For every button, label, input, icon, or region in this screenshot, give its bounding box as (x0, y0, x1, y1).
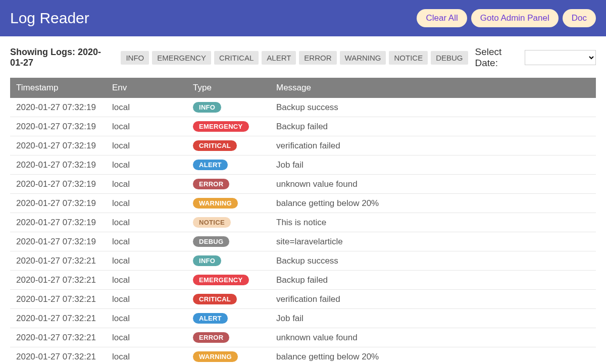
cell-type: INFO (187, 251, 270, 271)
type-badge: EMERGENCY (193, 275, 249, 285)
cell-message: site=laravelarticle (270, 232, 596, 251)
filter-error[interactable]: ERROR (299, 51, 336, 65)
table-row: 2020-01-27 07:32:19localNOTICEThis is no… (10, 213, 596, 232)
type-badge: EMERGENCY (193, 121, 249, 132)
toolbar: Showing Logs: 2020-01-27 INFOEMERGENCYCR… (10, 46, 596, 69)
cell-timestamp: 2020-01-27 07:32:21 (10, 328, 106, 347)
table-row: 2020-01-27 07:32:19localWARNINGbalance g… (10, 194, 596, 213)
table-row: 2020-01-27 07:32:21localWARNINGbalance g… (10, 347, 596, 365)
cell-message: Job fail (270, 155, 596, 175)
cell-type: EMERGENCY (187, 271, 270, 290)
cell-message: This is notice (270, 213, 596, 232)
col-env: Env (106, 78, 187, 98)
table-row: 2020-01-27 07:32:21localCRITICALverifica… (10, 290, 596, 309)
cell-type: WARNING (187, 347, 270, 365)
doc-button[interactable]: Doc (563, 9, 596, 27)
cell-env: local (106, 175, 187, 194)
filter-notice[interactable]: NOTICE (389, 51, 428, 65)
col-type: Type (187, 78, 270, 98)
cell-type: INFO (187, 98, 270, 117)
date-picker: Select Date: (475, 46, 596, 69)
app-title: Log Reader (10, 10, 89, 27)
cell-timestamp: 2020-01-27 07:32:19 (10, 175, 106, 194)
table-row: 2020-01-27 07:32:19localINFOBackup succe… (10, 98, 596, 117)
cell-message: verification failed (270, 290, 596, 309)
cell-message: Backup success (270, 98, 596, 117)
filter-group: INFOEMERGENCYCRITICALALERTERRORWARNINGNO… (121, 51, 468, 65)
goto-admin-panel-button[interactable]: Goto Admin Panel (471, 9, 559, 27)
cell-env: local (106, 347, 187, 365)
cell-type: NOTICE (187, 213, 270, 232)
cell-timestamp: 2020-01-27 07:32:19 (10, 194, 106, 213)
cell-timestamp: 2020-01-27 07:32:21 (10, 309, 106, 328)
cell-type: ALERT (187, 309, 270, 328)
header: Log Reader Clear All Goto Admin Panel Do… (0, 0, 606, 36)
cell-timestamp: 2020-01-27 07:32:21 (10, 347, 106, 365)
table-row: 2020-01-27 07:32:19localDEBUGsite=larave… (10, 232, 596, 251)
cell-message: Backup failed (270, 271, 596, 290)
filter-debug[interactable]: DEBUG (431, 51, 468, 65)
col-message: Message (270, 78, 596, 98)
cell-message: Backup failed (270, 117, 596, 136)
cell-timestamp: 2020-01-27 07:32:19 (10, 98, 106, 117)
cell-message: Job fail (270, 309, 596, 328)
cell-env: local (106, 309, 187, 328)
col-timestamp: Timestamp (10, 78, 106, 98)
cell-type: WARNING (187, 194, 270, 213)
cell-message: Backup success (270, 251, 596, 271)
cell-env: local (106, 328, 187, 347)
cell-type: CRITICAL (187, 290, 270, 309)
cell-type: EMERGENCY (187, 117, 270, 136)
type-badge: ALERT (193, 313, 228, 324)
cell-message: unknown value found (270, 175, 596, 194)
cell-timestamp: 2020-01-27 07:32:19 (10, 136, 106, 155)
cell-timestamp: 2020-01-27 07:32:19 (10, 232, 106, 251)
table-body: 2020-01-27 07:32:19localINFOBackup succe… (10, 98, 596, 364)
cell-timestamp: 2020-01-27 07:32:19 (10, 117, 106, 136)
cell-env: local (106, 213, 187, 232)
cell-env: local (106, 117, 187, 136)
type-badge: INFO (193, 255, 221, 266)
cell-type: ERROR (187, 175, 270, 194)
table-row: 2020-01-27 07:32:21localINFOBackup succe… (10, 251, 596, 271)
type-badge: ERROR (193, 332, 229, 343)
cell-message: balance getting below 20% (270, 347, 596, 365)
date-select[interactable] (525, 50, 596, 65)
cell-timestamp: 2020-01-27 07:32:21 (10, 290, 106, 309)
cell-message: unknown value found (270, 328, 596, 347)
type-badge: ALERT (193, 160, 228, 170)
showing-label: Showing Logs: 2020-01-27 (10, 47, 111, 68)
cell-timestamp: 2020-01-27 07:32:19 (10, 213, 106, 232)
log-table: Timestamp Env Type Message 2020-01-27 07… (10, 78, 596, 364)
cell-type: CRITICAL (187, 136, 270, 155)
cell-env: local (106, 194, 187, 213)
type-badge: ERROR (193, 179, 229, 189)
cell-message: verification failed (270, 136, 596, 155)
type-badge: CRITICAL (193, 140, 237, 151)
table-row: 2020-01-27 07:32:21localALERTJob fail (10, 309, 596, 328)
cell-env: local (106, 136, 187, 155)
table-head: Timestamp Env Type Message (10, 78, 596, 98)
cell-type: DEBUG (187, 232, 270, 251)
cell-type: ALERT (187, 155, 270, 175)
table-row: 2020-01-27 07:32:19localCRITICALverifica… (10, 136, 596, 155)
type-badge: CRITICAL (193, 294, 237, 304)
clear-all-button[interactable]: Clear All (417, 9, 467, 27)
type-badge: DEBUG (193, 236, 229, 247)
cell-timestamp: 2020-01-27 07:32:19 (10, 155, 106, 175)
filter-alert[interactable]: ALERT (262, 51, 296, 65)
cell-timestamp: 2020-01-27 07:32:21 (10, 271, 106, 290)
filter-critical[interactable]: CRITICAL (214, 51, 259, 65)
type-badge: WARNING (193, 351, 238, 362)
date-label: Select Date: (475, 46, 521, 69)
type-badge: WARNING (193, 198, 238, 209)
cell-env: local (106, 290, 187, 309)
cell-message: balance getting below 20% (270, 194, 596, 213)
cell-type: ERROR (187, 328, 270, 347)
header-actions: Clear All Goto Admin Panel Doc (417, 9, 596, 27)
filter-info[interactable]: INFO (121, 51, 149, 65)
table-row: 2020-01-27 07:32:19localERRORunknown val… (10, 175, 596, 194)
filter-warning[interactable]: WARNING (340, 51, 386, 65)
table-row: 2020-01-27 07:32:19localALERTJob fail (10, 155, 596, 175)
filter-emergency[interactable]: EMERGENCY (152, 51, 211, 65)
